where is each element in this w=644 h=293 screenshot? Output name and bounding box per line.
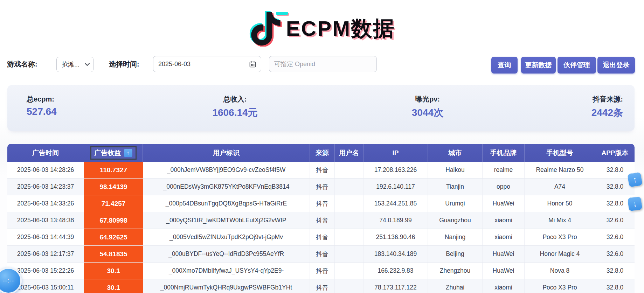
cell-city: Zhengzhou	[428, 263, 483, 279]
cell-username	[335, 195, 363, 212]
stat-total-revenue: 总收入: 1606.14元	[175, 85, 295, 131]
cell-user-id: _000yQSf1tR_lwKDMTW0bLEutXj2G2vWIP	[143, 212, 310, 229]
query-button[interactable]: 查询	[491, 57, 518, 74]
table-body: 2025-06-03 14:28:26 110.7327 _000hJemVW8…	[7, 162, 635, 293]
cell-app-version: 32.6.0	[595, 246, 635, 262]
cell-ad-revenue: 30.1	[84, 279, 143, 293]
stat-label: 总ecpm:	[27, 95, 132, 104]
cell-source: 抖音	[310, 279, 335, 293]
cell-user-id: _000Xmo7DMbIlfyfwaJ_USYsY4-qYp2E9-	[143, 263, 310, 279]
select-time-label: 选择时间:	[109, 60, 139, 69]
cell-ad-revenue: 67.80998	[84, 212, 143, 229]
game-select-value: 抢滩...	[62, 60, 79, 69]
cell-ip: 192.6.140.117	[363, 179, 428, 195]
stat-exposure-pv: 曝光pv: 3044次	[368, 85, 487, 131]
filter-bar: 游戏名称: 抢滩... 选择时间: 2025-06-03 可指定 Openid …	[0, 55, 644, 74]
partner-management-button[interactable]: 伙伴管理	[558, 57, 596, 74]
cell-source: 抖音	[310, 263, 335, 279]
table-row[interactable]: 2025-06-03 14:44:39 64.92625 _0005VcdI5w…	[7, 229, 635, 246]
date-input[interactable]: 2025-06-03	[153, 56, 261, 72]
header-ad-revenue-label: 广告收益	[95, 148, 121, 158]
cell-ip: 78.173.117.122	[363, 279, 428, 293]
cell-user-id: _0005VcdI5wZfNUxuTpdK2pOj9vt-jGpMv	[143, 229, 310, 245]
cell-phone-model: Mi Mix 4	[525, 212, 595, 229]
cell-city: Urumqi	[428, 195, 483, 212]
table-row[interactable]: 2025-06-03 15:00:11 30.1 _000NmjRUwmTykQ…	[7, 279, 635, 293]
header-app-version[interactable]: APP版本	[595, 144, 635, 162]
cell-ad-revenue: 71.4257	[84, 195, 143, 212]
cell-phone-brand: HuaWei	[483, 263, 525, 279]
table-row[interactable]: 2025-06-03 15:22:26 30.1 _000Xmo7DMbIlfy…	[7, 263, 635, 279]
header-phone-brand[interactable]: 手机品牌	[483, 144, 525, 162]
cell-user-id: _000hJemVW8BYjj9EO9Gv9-cvZeoSf4f5W	[143, 162, 310, 178]
cell-phone-brand: xiaomi	[483, 279, 525, 293]
header-username[interactable]: 用户名	[335, 144, 363, 162]
sort-ascending-icon[interactable]: ↑	[124, 149, 132, 157]
cell-phone-brand: oppo	[483, 179, 525, 195]
cell-phone-model: Honor 50	[525, 195, 595, 212]
ecpm-data-table: 广告时间 广告收益 ↑ 用户标识 来源 用户名 IP 城市 手机品牌 手机型号 …	[7, 144, 635, 293]
cell-phone-model: Poco X3 Pro	[525, 279, 595, 293]
cell-phone-model: Poco X3 Pro	[525, 229, 595, 245]
cell-source: 抖音	[310, 179, 335, 195]
refresh-data-button[interactable]: 更新数据	[521, 57, 556, 74]
cell-app-version: 32.6.0	[595, 212, 635, 229]
header-phone-model[interactable]: 手机型号	[525, 144, 595, 162]
table-row[interactable]: 2025-06-03 14:23:37 98.14139 _000nEDsWy3…	[7, 179, 635, 195]
cell-app-version: 32.6.0	[595, 229, 635, 245]
cell-ad-revenue: 30.1	[84, 263, 143, 279]
cell-app-version: 32.8.0	[595, 263, 635, 279]
chevron-down-icon	[85, 63, 90, 66]
ecpm-dashboard-page: ECPM数据 游戏名称: 抢滩... 选择时间: 2025-06-03 可指定 …	[0, 0, 644, 293]
cell-ad-revenue: 64.92625	[84, 229, 143, 245]
stat-label: 曝光pv:	[368, 95, 487, 104]
cell-username	[335, 212, 363, 229]
stat-douyin-source: 抖音来源: 2442条	[518, 85, 623, 131]
cell-phone-brand: HuaWei	[483, 195, 525, 212]
cell-ip: 183.140.34.189	[363, 246, 428, 262]
header-ad-time[interactable]: 广告时间	[7, 144, 84, 162]
table-row[interactable]: 2025-06-03 14:33:26 71.4257 _000p54DBsun…	[7, 195, 635, 212]
cell-ad-time: 2025-06-03 14:23:37	[7, 179, 84, 195]
cell-user-id: _000nEDsWy3mGK875YKtPo8KFVnEqB3814	[143, 179, 310, 195]
stats-summary-card: 总ecpm: 527.64 总收入: 1606.14元 曝光pv: 3044次 …	[7, 85, 635, 131]
table-row[interactable]: 2025-06-03 14:28:26 110.7327 _000hJemVW8…	[7, 162, 635, 179]
cell-phone-brand: xiaomi	[483, 229, 525, 245]
cell-city: Nanjing	[428, 229, 483, 245]
cell-source: 抖音	[310, 246, 335, 262]
openid-input[interactable]: 可指定 Openid	[269, 56, 377, 72]
cell-phone-model: Realme Narzo 50	[525, 162, 595, 178]
cell-ip: 166.232.9.83	[363, 263, 428, 279]
stat-value: 527.64	[27, 106, 132, 117]
cell-ad-time: 2025-06-03 12:17:37	[7, 246, 84, 262]
cell-username	[335, 229, 363, 245]
page-title: ECPM数据	[286, 15, 395, 43]
stat-value: 2442条	[518, 106, 623, 119]
cell-user-id: _000p54DBsunTgqDQ8XgBqpsG-HTaGiRrE	[143, 195, 310, 212]
game-name-label: 游戏名称:	[7, 60, 37, 69]
game-select[interactable]: 抢滩...	[56, 57, 94, 72]
stat-label: 总收入:	[175, 95, 295, 104]
cell-ip: 251.136.90.46	[363, 229, 428, 245]
table-row[interactable]: 2025-06-03 12:17:37 54.81835 _000uBYDF--…	[7, 246, 635, 263]
cell-phone-brand: HuaWei	[483, 246, 525, 262]
cell-source: 抖音	[310, 212, 335, 229]
tiktok-note-icon	[249, 11, 283, 47]
cell-city: Zhuhai	[428, 279, 483, 293]
cell-ad-time: 2025-06-03 14:44:39	[7, 229, 84, 245]
cell-city: Tianjin	[428, 179, 483, 195]
revenue-sort-control[interactable]: 广告收益 ↑	[90, 146, 137, 160]
table-row[interactable]: 2025-06-03 13:48:38 67.80998 _000yQSf1tR…	[7, 212, 635, 229]
header-city[interactable]: 城市	[428, 144, 483, 162]
logout-button[interactable]: 退出登录	[597, 57, 635, 74]
cell-source: 抖音	[310, 162, 335, 178]
header-source[interactable]: 来源	[310, 144, 335, 162]
scroll-to-bottom-button[interactable]: ↓	[628, 196, 642, 211]
cell-city: Beijing	[428, 246, 483, 262]
cell-user-id: _000uBYDF--usYeQ--IdRdD3Pc955AeYfR	[143, 246, 310, 262]
header-ip[interactable]: IP	[363, 144, 428, 162]
cell-user-id: _000NmjRUwmTykQHRq9UxgwPSWBFGb1YHt	[143, 279, 310, 293]
header-user-id[interactable]: 用户标识	[143, 144, 310, 162]
scroll-to-top-button[interactable]: ↑	[627, 172, 642, 187]
cell-username	[335, 263, 363, 279]
